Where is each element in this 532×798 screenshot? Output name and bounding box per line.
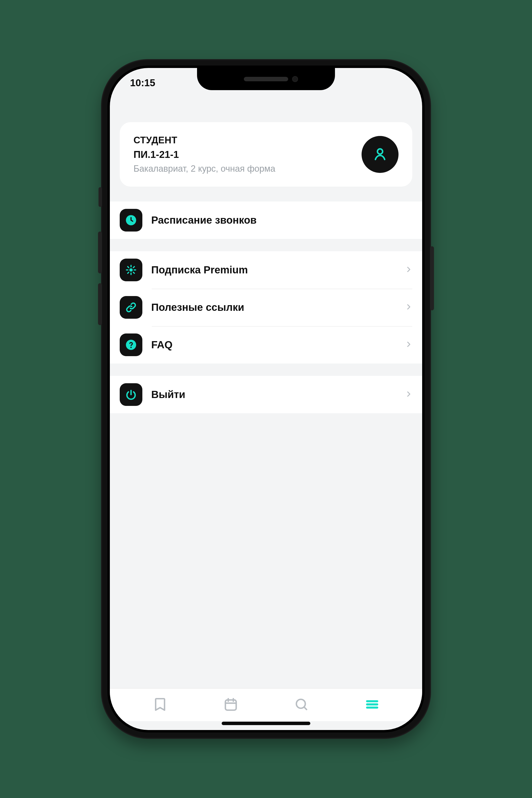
svg-point-8 [378,149,383,154]
status-time: 10:15 [130,77,155,89]
section-0: Расписание звонков [110,202,422,239]
tab-bookmark[interactable] [151,696,169,714]
row-label: FAQ [151,339,396,351]
help-icon [120,334,142,356]
calendar-icon [223,697,239,713]
notch [197,68,335,90]
profile-group: ПИ.1-21-1 [133,149,276,160]
row-premium[interactable]: Подписка Premium [110,251,422,289]
avatar[interactable] [362,136,399,173]
menu-icon [364,697,380,713]
tab-search[interactable] [292,696,310,714]
link-icon [120,296,142,319]
row-label: Подписка Premium [151,264,396,276]
chevron-right-icon [405,341,412,349]
power-icon [120,383,142,406]
svg-point-10 [129,268,133,272]
premium-icon [120,259,142,281]
row-label: Выйти [151,389,396,400]
row-bell-schedule[interactable]: Расписание звонков [110,202,422,239]
front-camera [292,76,298,82]
section-1: Подписка Premium Полезные ссылки [110,251,422,363]
phone-frame: 10:15 СТУДЕНТ [101,59,431,739]
row-label: Расписание звонков [151,214,412,226]
side-button-power [430,246,434,310]
row-logout[interactable]: Выйти [110,376,422,413]
tab-menu[interactable] [363,696,381,714]
content-area: СТУДЕНТ ПИ.1-21-1 Бакалавриат, 2 курс, о… [110,122,422,688]
person-icon [373,147,387,162]
row-useful-links[interactable]: Полезные ссылки [110,289,422,326]
side-button-silence [98,187,102,207]
row-faq[interactable]: FAQ [110,326,422,363]
bookmark-icon [152,697,168,713]
chevron-right-icon [405,391,412,399]
row-label: Полезные ссылки [151,302,396,313]
profile-description: Бакалавриат, 2 курс, очная форма [133,164,276,174]
side-button-volume-up [98,231,102,273]
svg-point-12 [130,347,132,348]
profile-card[interactable]: СТУДЕНТ ПИ.1-21-1 Бакалавриат, 2 курс, о… [120,122,412,187]
clock-icon [120,209,142,231]
search-icon [294,697,309,713]
section-2: Выйти [110,376,422,413]
side-button-volume-down [98,283,102,325]
tab-calendar[interactable] [222,696,240,714]
screen: 10:15 СТУДЕНТ [110,68,422,730]
chevron-right-icon [405,303,412,311]
svg-rect-13 [225,700,236,710]
tab-bar [110,688,422,721]
home-indicator[interactable] [222,722,310,725]
speaker-grille [244,77,288,81]
profile-role: СТУДЕНТ [133,135,276,146]
chevron-right-icon [405,266,412,274]
